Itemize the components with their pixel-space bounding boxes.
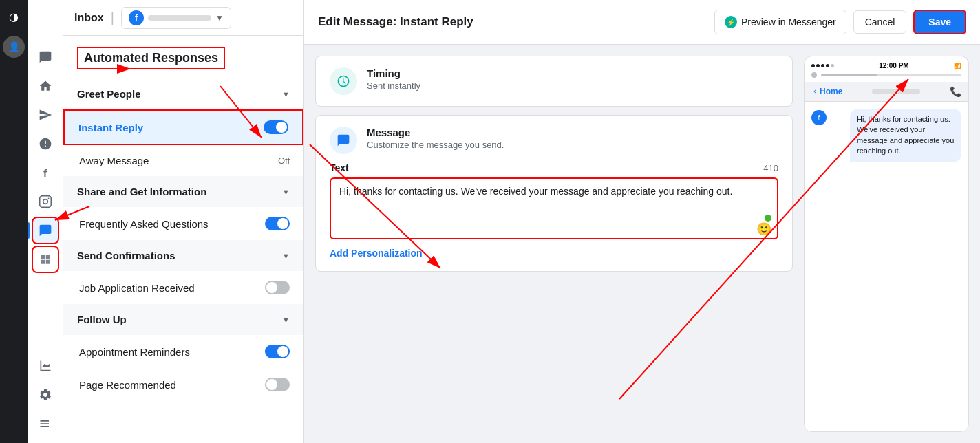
chat-bubble: Hi, thanks for contacting us. We've rece… bbox=[850, 109, 961, 162]
nav-item-facebook[interactable]: f bbox=[32, 159, 59, 186]
timing-subtitle: Sent instantly bbox=[367, 80, 778, 91]
phone-preview: 12:00 PM 📶 Home bbox=[804, 56, 969, 432]
text-label: Text bbox=[330, 162, 349, 173]
sidebar-item-instant-reply[interactable]: Instant Reply bbox=[63, 109, 303, 145]
nav-item-send[interactable] bbox=[32, 101, 59, 129]
nav-item-grid[interactable] bbox=[32, 246, 59, 273]
message-subtitle: Customize the message you send. bbox=[367, 140, 778, 150]
app-logo[interactable]: ◑ bbox=[3, 6, 25, 28]
phone-messages-area: f Hi, thanks for contacting us. We've re… bbox=[805, 102, 968, 431]
phone-time: 12:00 PM bbox=[879, 62, 908, 69]
message-textarea[interactable] bbox=[330, 177, 778, 239]
svg-rect-0 bbox=[39, 196, 51, 208]
svg-point-1 bbox=[43, 199, 47, 204]
edit-actions: ⚡ Preview in Messenger Cancel Save bbox=[714, 10, 966, 34]
svg-point-2 bbox=[47, 198, 49, 199]
text-label-row: Text 410 bbox=[330, 162, 778, 173]
send-confirmations-label: Send Confirmations bbox=[77, 250, 175, 261]
chat-avatar: f bbox=[811, 110, 827, 125]
sidebar-section-greet-people[interactable]: Greet People ▼ bbox=[63, 78, 303, 109]
share-info-label: Share and Get Information bbox=[77, 186, 206, 197]
chat-row: f Hi, thanks for contacting us. We've re… bbox=[811, 109, 961, 162]
sidebar-section-title: Automated Responses bbox=[63, 36, 303, 78]
timing-card-row: Timing Sent instantly bbox=[330, 67, 778, 95]
nav-item-messages[interactable] bbox=[32, 43, 59, 71]
page-selector[interactable]: f ▼ bbox=[121, 7, 231, 29]
message-card-row: Message Customize the message you send. bbox=[330, 127, 778, 154]
add-personalization-button[interactable]: Add Personalization bbox=[330, 242, 423, 260]
sidebar-item-job-application[interactable]: Job Application Received bbox=[63, 271, 303, 304]
sidebar-item-faq[interactable]: Frequently Asked Questions bbox=[63, 207, 303, 240]
nav-item-settings[interactable] bbox=[32, 381, 59, 409]
follow-up-label: Follow Up bbox=[77, 314, 127, 325]
nav-item-help[interactable] bbox=[32, 410, 59, 437]
nav-item-alerts[interactable] bbox=[32, 130, 59, 158]
messenger-icon: ⚡ bbox=[725, 16, 737, 28]
edit-cards-column: Timing Sent instantly Message Customize … bbox=[315, 56, 793, 432]
edit-title: Edit Message: Instant Reply bbox=[318, 15, 473, 29]
sidebar-item-appointment-reminders[interactable]: Appointment Reminders bbox=[63, 335, 303, 368]
timing-icon bbox=[330, 67, 357, 95]
green-status-dot bbox=[765, 215, 771, 222]
phone-contact-name bbox=[872, 89, 920, 94]
save-button[interactable]: Save bbox=[913, 10, 966, 34]
timing-card: Timing Sent instantly bbox=[315, 56, 793, 107]
page-recommended-toggle[interactable] bbox=[265, 378, 290, 391]
message-textarea-wrapper: 🙂 bbox=[330, 177, 778, 242]
phone-back-button[interactable]: Home bbox=[811, 87, 842, 96]
phone-back-label: Home bbox=[820, 87, 842, 96]
message-card: Message Customize the message you send. … bbox=[315, 115, 793, 272]
sidebar-panel: Inbox | f ▼ Automated Responses Greet Pe… bbox=[63, 0, 304, 443]
job-application-toggle[interactable] bbox=[265, 281, 290, 294]
faq-label: Frequently Asked Questions bbox=[79, 218, 209, 230]
timing-title: Timing bbox=[367, 67, 778, 79]
char-count: 410 bbox=[763, 163, 778, 173]
appointment-reminders-toggle[interactable] bbox=[265, 345, 290, 358]
sidebar-section-follow-up[interactable]: Follow Up ▼ bbox=[63, 304, 303, 335]
phone-nav-bar: Home 📞 bbox=[805, 82, 968, 102]
preview-button-label: Preview in Messenger bbox=[741, 17, 836, 28]
edit-body: Timing Sent instantly Message Customize … bbox=[304, 45, 980, 443]
message-card-body: Message Customize the message you send. bbox=[367, 127, 778, 150]
instant-reply-label: Instant Reply bbox=[78, 122, 143, 133]
cancel-button[interactable]: Cancel bbox=[853, 10, 907, 34]
sidebar-item-away-message[interactable]: Away Message Off bbox=[63, 145, 303, 176]
greet-people-label: Greet People bbox=[77, 88, 141, 100]
preview-in-messenger-button[interactable]: ⚡ Preview in Messenger bbox=[714, 10, 846, 34]
app-icon-bar: ◑ 👤 bbox=[0, 0, 28, 443]
page-recommended-label: Page Recommended bbox=[79, 379, 176, 391]
page-selector-arrow: ▼ bbox=[215, 13, 224, 23]
job-application-label: Job Application Received bbox=[79, 282, 195, 294]
follow-up-arrow: ▼ bbox=[282, 316, 290, 324]
nav-bar: f bbox=[28, 0, 63, 443]
sidebar-section-send-confirmations[interactable]: Send Confirmations ▼ bbox=[63, 240, 303, 271]
faq-toggle[interactable] bbox=[265, 217, 290, 230]
away-message-label: Away Message bbox=[79, 155, 149, 166]
away-message-status: Off bbox=[278, 155, 290, 166]
phone-call-icon[interactable]: 📞 bbox=[950, 86, 961, 97]
nav-item-analytics[interactable] bbox=[32, 352, 59, 380]
nav-item-home[interactable] bbox=[32, 72, 59, 100]
page-selector-name bbox=[148, 15, 211, 21]
nav-item-instagram[interactable] bbox=[32, 188, 59, 215]
automated-responses-title: Automated Responses bbox=[77, 47, 225, 69]
message-icon bbox=[330, 127, 357, 154]
message-title: Message bbox=[367, 127, 778, 138]
nav-item-chat[interactable] bbox=[32, 217, 59, 244]
sidebar-item-page-recommended[interactable]: Page Recommended bbox=[63, 368, 303, 401]
edit-panel: Edit Message: Instant Reply ⚡ Preview in… bbox=[304, 0, 980, 443]
profile-avatar[interactable]: 👤 bbox=[3, 36, 25, 58]
send-confirmations-arrow: ▼ bbox=[282, 252, 290, 260]
appointment-reminders-label: Appointment Reminders bbox=[79, 346, 190, 358]
greet-people-arrow: ▼ bbox=[282, 90, 290, 98]
sidebar-section-share-info[interactable]: Share and Get Information ▼ bbox=[63, 176, 303, 207]
edit-header: Edit Message: Instant Reply ⚡ Preview in… bbox=[304, 0, 980, 45]
share-info-arrow: ▼ bbox=[282, 188, 290, 196]
timing-card-body: Timing Sent instantly bbox=[367, 67, 778, 91]
inbox-title: Inbox bbox=[74, 12, 104, 24]
instant-reply-toggle[interactable] bbox=[264, 120, 288, 134]
emoji-button[interactable]: 🙂 bbox=[756, 222, 771, 237]
